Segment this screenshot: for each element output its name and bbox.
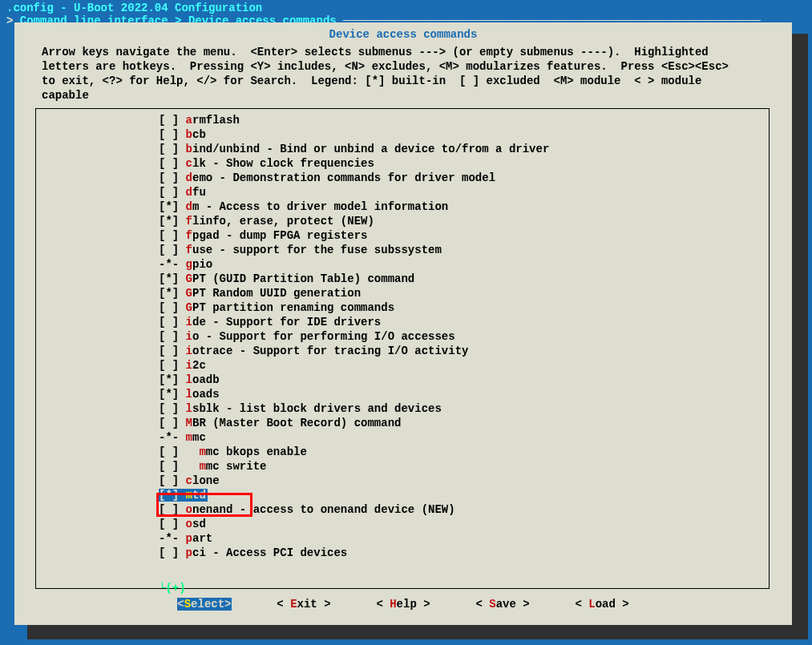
menu-item[interactable]: [ ] GPT partition renaming commands [159, 301, 394, 314]
menu-item-hotkey: m [199, 445, 205, 458]
menu-item-label: linfo, erase, protect (NEW) [192, 215, 374, 228]
menu-item-label: 2c [192, 359, 206, 372]
menu-item-state: [*] [159, 215, 186, 228]
menu-item-label: emo - Demonstration commands for driver … [192, 171, 495, 184]
menu-item-label: de - Support for IDE drivers [192, 316, 381, 329]
menu-item-label: lone [192, 474, 220, 487]
menu-item[interactable]: [ ] mmc swrite [159, 460, 266, 473]
menu-item-hotkey: i [186, 359, 192, 372]
menu-item[interactable]: [*] flinfo, erase, protect (NEW) [159, 215, 374, 228]
menu-item-label: ind/unbind - Bind or unbind a device to/… [192, 143, 549, 155]
menu-item-hotkey: i [186, 330, 192, 343]
menu-item-state: [*] [159, 388, 186, 401]
menu-item-state: [ ] [159, 157, 186, 170]
menu-item-label: fu [192, 186, 206, 199]
menu-item[interactable]: [ ] i2c [159, 359, 206, 372]
menu-item[interactable]: [ ] armflash [159, 114, 240, 127]
menu-item[interactable]: [ ] pci - Access PCI devices [159, 546, 347, 559]
menu-item-hotkey: f [186, 244, 192, 256]
menu-item[interactable]: [*] dm - Access to driver model informat… [159, 200, 448, 213]
menu-item-state: [ ] [159, 244, 186, 256]
menu-item[interactable]: [ ] lsblk - list block drivers and devic… [159, 402, 442, 415]
menu-item-hotkey: G [186, 287, 192, 300]
menu-item-state: [*] [159, 287, 186, 300]
menu-item-state: [ ] [159, 503, 186, 516]
menu-item-label: use - support for the fuse subssystem [192, 244, 442, 256]
dialog-box: Device access commands Arrow keys naviga… [14, 22, 792, 625]
menu-item-state: [ ] [159, 345, 186, 357]
menu-list[interactable]: [ ] armflash[ ] bcb[ ] bind/unbind - Bin… [159, 113, 549, 560]
menu-item-state: [ ] [159, 301, 186, 314]
menu-item[interactable]: -*- part [159, 532, 212, 545]
menu-item[interactable]: [ ] demo - Demonstration commands for dr… [159, 171, 495, 184]
menu-item-hotkey: o [186, 518, 192, 530]
save-button[interactable]: < Save > [475, 598, 529, 611]
menu-item-label: otrace - Support for tracing I/O activit… [192, 345, 468, 357]
menu-item-label: art [192, 532, 212, 545]
select-button[interactable]: <Select> [177, 598, 231, 611]
menu-item[interactable]: [ ] fpgad - dump FPGA registers [159, 229, 367, 242]
menu-item-hotkey: d [186, 200, 192, 213]
menu-item[interactable]: [ ] iotrace - Support for tracing I/O ac… [159, 345, 468, 357]
menu-item-state: [ ] [159, 330, 186, 343]
menu-item-label: mc [192, 431, 206, 444]
menu-item-hotkey: M [186, 417, 192, 429]
dialog-title: Device access commands [14, 28, 792, 41]
menu-item[interactable]: [*] loads [159, 388, 220, 401]
menu-item[interactable]: [ ] fuse - support for the fuse subssyst… [159, 244, 442, 256]
menu-item-state: [*] [159, 200, 186, 213]
menu-item-label: PT (GUID Partition Table) command [192, 272, 414, 285]
menu-item-hotkey: m [186, 431, 192, 444]
menu-item[interactable]: -*- gpio [159, 258, 212, 271]
menu-item[interactable]: [ ] mmc bkops enable [159, 445, 307, 458]
menu-item-label: mc bkops enable [206, 445, 307, 458]
menu-item-state: [ ] [159, 518, 186, 530]
menu-item-label: PT partition renaming commands [192, 301, 394, 314]
menu-item-hotkey: p [186, 546, 192, 559]
menu-item-label: td [192, 489, 206, 502]
menu-item[interactable]: -*- mmc [159, 431, 206, 444]
help-text: Arrow keys navigate the menu. <Enter> se… [42, 45, 774, 103]
menu-item-state: [ ] [159, 359, 186, 372]
menu-item-label: rmflash [192, 114, 240, 127]
menu-item-state: [ ] [159, 114, 186, 127]
menu-item[interactable]: [*] loadb [159, 373, 220, 386]
menu-item-label: ci - Access PCI devices [192, 546, 347, 559]
menu-item[interactable]: [*] mtd [159, 489, 208, 502]
button-bar: <Select> < Exit > < Help > < Save > < Lo… [14, 598, 792, 611]
menu-item-hotkey: b [186, 128, 192, 141]
menu-item-state: [ ] [159, 417, 186, 429]
menu-item[interactable]: [ ] bcb [159, 128, 206, 141]
menu-item-label: cb [192, 128, 206, 141]
menu-item-hotkey: i [186, 345, 192, 357]
menu-item-label: o - Support for performing I/O accesses [192, 330, 455, 343]
menu-item-hotkey: l [186, 388, 192, 401]
menu-item-state: [ ] [159, 171, 186, 184]
menu-item[interactable]: [*] GPT Random UUID generation [159, 287, 361, 300]
menu-item-state: [*] [159, 373, 186, 386]
menu-item-hotkey: d [186, 171, 192, 184]
menu-item[interactable]: [ ] ide - Support for IDE drivers [159, 316, 381, 329]
load-button[interactable]: < Load > [575, 598, 628, 611]
menu-item[interactable]: [ ] clk - Show clock frequencies [159, 157, 374, 170]
menu-item[interactable]: [ ] dfu [159, 186, 206, 199]
menu-item[interactable]: [ ] clone [159, 474, 220, 487]
menu-item-state: -*- [159, 532, 186, 545]
menu-item-label: m - Access to driver model information [192, 200, 448, 213]
menu-item-hotkey: l [186, 402, 192, 415]
menu-item-label: sblk - list block drivers and devices [192, 402, 442, 415]
menu-item-hotkey: c [186, 474, 192, 487]
menu-item[interactable]: [ ] MBR (Master Boot Record) command [159, 417, 401, 429]
window-title: .config - U-Boot 2022.04 Configuration [0, 0, 812, 14]
menu-item[interactable]: [ ] onenand - access to onenand device (… [159, 503, 455, 516]
menu-item[interactable]: [ ] bind/unbind - Bind or unbind a devic… [159, 143, 549, 155]
menu-item-label: pgad - dump FPGA registers [192, 229, 367, 242]
menu-item[interactable]: [ ] io - Support for performing I/O acce… [159, 330, 455, 343]
menu-item-state: [ ] [159, 316, 186, 329]
menu-item-label: PT Random UUID generation [192, 287, 361, 300]
menu-item[interactable]: [ ] osd [159, 518, 206, 530]
exit-button[interactable]: < Exit > [277, 598, 330, 611]
menu-item-hotkey: o [186, 503, 192, 516]
menu-item[interactable]: [*] GPT (GUID Partition Table) command [159, 272, 414, 285]
help-button[interactable]: < Help > [376, 598, 430, 611]
